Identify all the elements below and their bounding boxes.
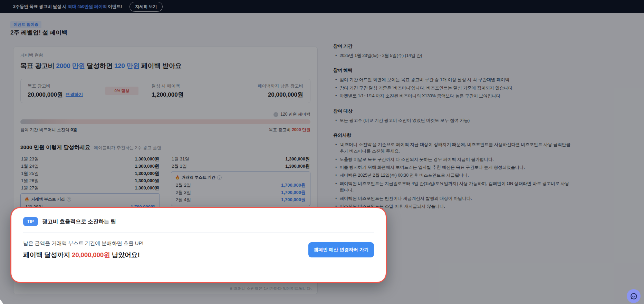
change-budget-button[interactable]: 캠페인 예산 변경하러 가기 (308, 242, 374, 257)
event-page: 2주동안 목표 광고비 달성 시 최대 450만원 페이백 이벤트! 자세히 보… (0, 0, 644, 304)
tip-line2: 페이백 달성까지 20,000,000원 남았어요! (23, 251, 143, 259)
tip-line2-suffix: 남았어요! (110, 251, 140, 258)
chat-smile-icon (630, 292, 638, 300)
tip-badge: TIP (23, 217, 38, 226)
tip-popup-header: TIP 광고비 효율적으로 소진하는 팁 (23, 217, 374, 233)
tip-popup-body: 남은 금액을 거래액 부스트 기간에 분배하면 효율 UP! 페이백 달성까지 … (23, 240, 374, 259)
tip-line1: 남은 금액을 거래액 부스트 기간에 분배하면 효율 UP! (23, 240, 143, 247)
tooltip-corner-wedge (0, 299, 3, 304)
tip-remaining-amount: 20,000,000원 (72, 251, 110, 258)
tip-popup: TIP 광고비 효율적으로 소진하는 팁 남은 금액을 거래액 부스트 기간에 … (10, 207, 387, 283)
chat-widget-button[interactable] (627, 289, 641, 303)
tip-line2-prefix: 페이백 달성까지 (23, 251, 72, 258)
tip-title: 광고비 효율적으로 소진하는 팁 (42, 218, 116, 225)
